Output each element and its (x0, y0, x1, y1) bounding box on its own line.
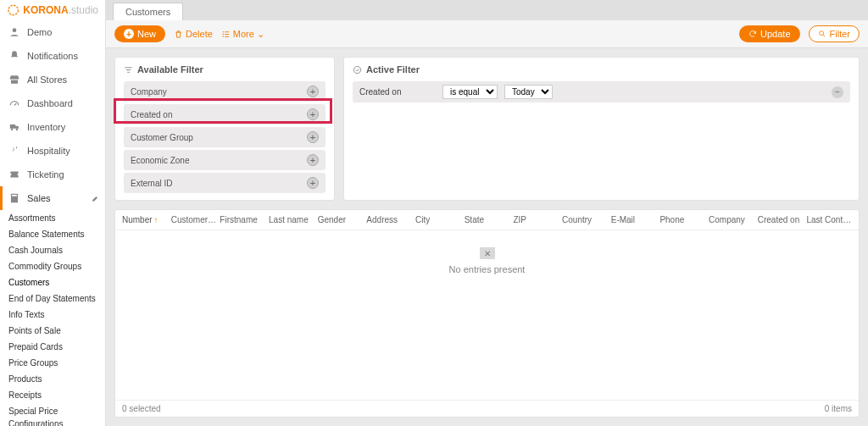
grid-body: ✕ No entries present (115, 230, 859, 400)
active-title-text: Active Filter (366, 64, 420, 75)
logo-text: KORONA.studio (23, 4, 98, 16)
col-email[interactable]: E-Mail (611, 215, 657, 224)
col-number[interactable]: Number (122, 215, 168, 224)
add-icon[interactable]: + (307, 86, 319, 97)
sub-balance-statements[interactable]: Balance Statements (0, 226, 105, 242)
nav-inventory[interactable]: Inventory (0, 115, 105, 139)
col-firstname[interactable]: Firstname (220, 215, 265, 224)
col-state[interactable]: State (465, 215, 510, 224)
col-city[interactable]: City (415, 215, 461, 224)
sub-cash-journals[interactable]: Cash Journals (0, 242, 105, 258)
filter-economic-zone[interactable]: Economic Zone+ (124, 150, 326, 170)
sub-products[interactable]: Products (0, 371, 105, 387)
col-country[interactable]: Country (562, 215, 608, 224)
new-button[interactable]: + New (114, 25, 165, 42)
nav-label: Dashboard (27, 98, 73, 108)
grid-header: Number Customer Gr... Firstname Last nam… (115, 210, 859, 230)
more-button[interactable]: More ⌄ (221, 29, 264, 40)
add-icon[interactable]: + (307, 108, 319, 120)
filter-created-on[interactable]: Created on+ (124, 104, 326, 124)
trash-icon (174, 30, 183, 39)
active-filter-field: Created on (359, 87, 436, 97)
tab-customers[interactable]: Customers (113, 3, 183, 20)
add-icon[interactable]: + (307, 131, 319, 143)
svg-point-2 (11, 129, 13, 130)
col-zip[interactable]: ZIP (513, 215, 559, 224)
svg-rect-17 (127, 71, 130, 72)
nav-notifications[interactable]: Notifications (0, 44, 105, 68)
active-filter-row: Created on is equal Today − (353, 81, 850, 102)
col-gender[interactable]: Gender (318, 215, 364, 224)
col-last-contact[interactable]: Last Contact (806, 215, 852, 224)
col-created-on[interactable]: Created on (758, 215, 804, 224)
add-icon[interactable]: + (307, 154, 319, 166)
svg-rect-13 (225, 36, 229, 36)
col-lastname[interactable]: Last name (269, 215, 314, 224)
sub-prepaid-cards[interactable]: Prepaid Cards (0, 339, 105, 355)
filter-external-id[interactable]: External ID+ (124, 173, 326, 193)
svg-rect-15 (125, 67, 131, 68)
nav-ticketing[interactable]: Ticketing (0, 163, 105, 186)
available-filter-panel: Available Filter Company+ Created on+ Cu… (114, 57, 335, 201)
main: Customers + New Delete More ⌄ Update (106, 0, 868, 426)
list-icon (221, 30, 231, 39)
filter-label: External ID (131, 179, 172, 188)
check-circle-icon (353, 65, 362, 75)
col-phone[interactable]: Phone (659, 215, 705, 224)
empty-icon: ✕ (480, 247, 495, 259)
delete-button[interactable]: Delete (174, 29, 213, 39)
new-label: New (137, 29, 156, 39)
grid-status: 0 selected 0 items (115, 400, 859, 417)
sub-customers[interactable]: Customers (0, 274, 105, 290)
nav-all-stores[interactable]: All Stores (0, 68, 105, 91)
sub-receipts[interactable]: Receipts (0, 387, 105, 403)
nav-dashboard[interactable]: Dashboard (0, 91, 105, 115)
panel-title: Available Filter (124, 64, 326, 75)
sub-special-price-config[interactable]: Special Price Configurations (0, 403, 105, 426)
filter-company[interactable]: Company+ (124, 81, 326, 102)
filter-button[interactable]: Filter (809, 25, 860, 42)
sub-points-of-sale[interactable]: Points of Sale (0, 323, 105, 339)
sub-info-texts[interactable]: Info Texts (0, 307, 105, 323)
sub-assortments[interactable]: Assortments (0, 210, 105, 226)
svg-point-10 (222, 36, 223, 36)
col-address[interactable]: Address (366, 215, 412, 224)
ticket-icon (8, 169, 20, 180)
update-label: Update (760, 29, 790, 39)
logo: KORONA.studio (0, 0, 105, 20)
sub-commodity-groups[interactable]: Commodity Groups (0, 258, 105, 274)
sub-eod-statements[interactable]: End of Day Statements (0, 290, 105, 307)
remove-icon[interactable]: − (832, 86, 843, 98)
plus-icon: + (124, 29, 134, 39)
nav-sales[interactable]: Sales (0, 186, 105, 210)
edit-icon[interactable] (92, 194, 100, 202)
operator-select[interactable]: is equal (442, 85, 498, 99)
update-button[interactable]: Update (739, 25, 799, 42)
nav-label: Demo (27, 27, 52, 37)
nav-demo[interactable]: Demo (0, 20, 105, 44)
empty-text: No entries present (449, 264, 526, 274)
nav-label: Notifications (27, 51, 78, 61)
available-title-text: Available Filter (137, 64, 203, 75)
sub-price-groups[interactable]: Price Groups (0, 355, 105, 371)
chevron-down-icon: ⌄ (257, 29, 264, 40)
store-icon (8, 74, 20, 86)
svg-rect-11 (225, 31, 229, 32)
nav-label: Inventory (27, 122, 65, 132)
filter-label: Filter (830, 29, 850, 39)
filter-customer-group[interactable]: Customer Group+ (124, 127, 326, 147)
col-company[interactable]: Company (709, 215, 754, 224)
selected-count: 0 selected (122, 404, 161, 413)
nav-hospitality[interactable]: Hospitality (0, 139, 105, 163)
gauge-icon (8, 97, 20, 109)
tabbar: Customers (106, 0, 868, 20)
calculator-icon (8, 192, 20, 204)
svg-point-3 (16, 129, 18, 130)
col-customer-group[interactable]: Customer Gr... (171, 215, 217, 224)
add-icon[interactable]: + (307, 177, 319, 189)
svg-point-8 (222, 31, 223, 32)
magnify-icon (818, 30, 826, 38)
svg-rect-5 (12, 195, 17, 196)
value-select[interactable]: Today (504, 85, 553, 99)
data-grid: Number Customer Gr... Firstname Last nam… (114, 209, 860, 418)
